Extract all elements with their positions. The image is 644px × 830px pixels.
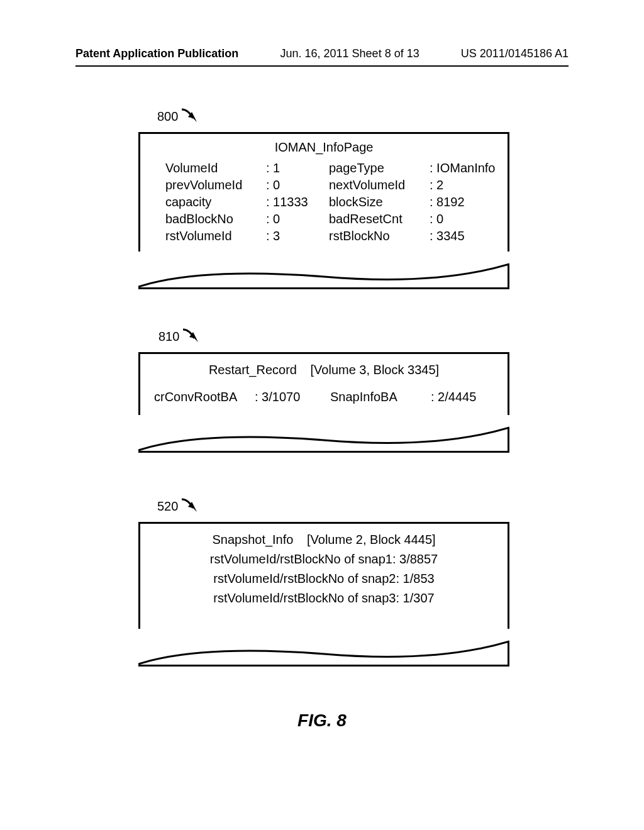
arrow-icon <box>182 327 203 346</box>
ioman-field-val: : 3 <box>266 229 329 243</box>
ioman-field-val: : 0 <box>266 178 329 192</box>
ioman-field-key: prevVolumeId <box>165 178 266 192</box>
ref-800-text: 800 <box>157 109 178 124</box>
ref-800: 800 <box>157 107 202 126</box>
ref-810-text: 810 <box>158 329 179 344</box>
snapshot-title-text: Snapshot_Info <box>212 533 293 546</box>
ioman-title: IOMAN_InfoPage <box>140 140 508 155</box>
ioman-field-key: blockSize <box>329 195 430 209</box>
ioman-field-key: nextVolumeId <box>329 178 430 192</box>
arrow-icon <box>180 497 202 516</box>
restart-field-val: : 3/1070 <box>255 390 330 404</box>
snapshot-title: Snapshot_Info [Volume 2, Block 4445] <box>140 533 508 547</box>
figure-caption: FIG. 8 <box>75 711 569 731</box>
header-right: US 2011/0145186 A1 <box>461 47 569 60</box>
ioman-field-key: VolumeId <box>165 161 266 175</box>
snapshot-lines: rstVolumeId/rstBlockNo of snap1: 3/8857 … <box>140 552 508 606</box>
ioman-grid: VolumeId : 1 pageType : IOManInfo prevVo… <box>165 161 508 243</box>
restart-grid: crConvRootBA : 3/1070 SnapInfoBA : 2/444… <box>165 390 482 404</box>
snapshot-title-loc: [Volume 2, Block 4445] <box>307 533 436 546</box>
ioman-field-key: badResetCnt <box>329 212 430 226</box>
ioman-field-val: : 2 <box>430 178 511 192</box>
torn-edge-icon <box>138 629 509 667</box>
ioman-field-val: : 0 <box>430 212 511 226</box>
restart-field-key: SnapInfoBA <box>330 390 431 404</box>
ioman-field-key: rstVolumeId <box>165 229 266 243</box>
ioman-field-val: : 8192 <box>430 195 511 209</box>
restart-title-loc: [Volume 3, Block 3345] <box>311 363 440 377</box>
snapshot-line: rstVolumeId/rstBlockNo of snap2: 1/853 <box>140 572 508 586</box>
restart-field-key: crConvRootBA <box>154 390 255 404</box>
restart-field-val: : 2/4445 <box>431 390 494 404</box>
ioman-infopage-box: IOMAN_InfoPage VolumeId : 1 pageType : I… <box>138 132 509 289</box>
ref-520-text: 520 <box>157 499 178 514</box>
arrow-icon <box>180 107 202 126</box>
ioman-field-key: rstBlockNo <box>329 229 430 243</box>
ref-520: 520 <box>157 497 202 516</box>
ioman-field-val: : 0 <box>266 212 329 226</box>
ioman-field-key: capacity <box>165 195 266 209</box>
restart-title: Restart_Record [Volume 3, Block 3345] <box>140 363 508 377</box>
ioman-field-key: badBlockNo <box>165 212 266 226</box>
restart-record-box: Restart_Record [Volume 3, Block 3345] cr… <box>138 352 509 453</box>
ioman-field-val: : 11333 <box>266 195 329 209</box>
torn-edge-icon <box>138 415 509 453</box>
header-left: Patent Application Publication <box>75 47 238 60</box>
ioman-field-val: : IOManInfo <box>430 161 511 175</box>
snapshot-info-box: Snapshot_Info [Volume 2, Block 4445] rst… <box>138 522 509 667</box>
ioman-field-val: : 1 <box>266 161 329 175</box>
header-rule <box>75 65 569 67</box>
snapshot-line: rstVolumeId/rstBlockNo of snap1: 3/8857 <box>140 552 508 567</box>
restart-title-text: Restart_Record <box>209 363 297 377</box>
ref-810: 810 <box>158 327 203 346</box>
page-header: Patent Application Publication Jun. 16, … <box>0 47 644 67</box>
snapshot-line: rstVolumeId/rstBlockNo of snap3: 1/307 <box>140 591 508 606</box>
header-mid: Jun. 16, 2011 Sheet 8 of 13 <box>280 47 419 60</box>
ioman-field-val: : 3345 <box>430 229 511 243</box>
torn-edge-icon <box>138 252 509 289</box>
ioman-field-key: pageType <box>329 161 430 175</box>
